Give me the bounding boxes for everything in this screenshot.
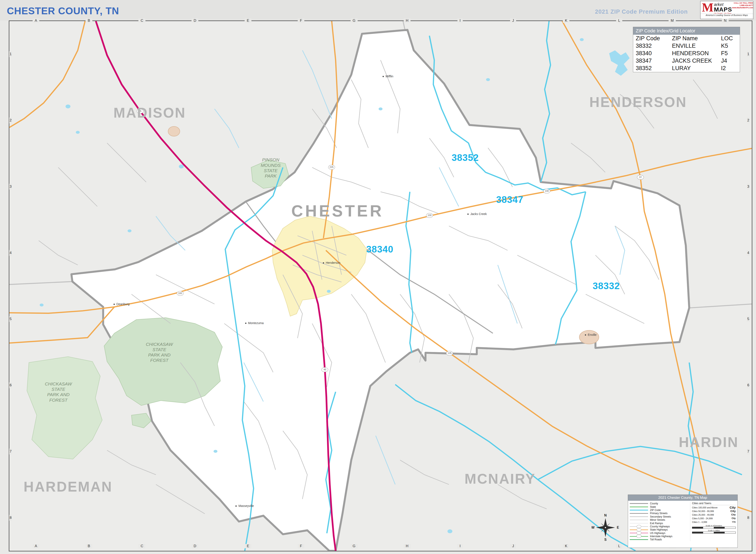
legend-cities-title: Cities and Towns (692, 502, 736, 505)
city-class-label: Cities 25,000 - 49,999 (692, 513, 731, 516)
park-name-text: CHICKASAW STATE PARK AND FOREST (146, 342, 173, 363)
enville-town-area (579, 330, 599, 344)
zip-code-label: 38352 (452, 152, 479, 163)
legend-cities-column: Cities and Towns Cities 100,000 and Abov… (690, 502, 736, 541)
scale-bar-caption: Scale in Miles (692, 530, 736, 532)
zip-name-cell: ENVILLE (669, 42, 718, 50)
zip-code-label: 38340 (366, 244, 393, 255)
logo-row: M arket MAPS On Target.. On Time. CALL U… (701, 1, 753, 14)
highway-shield: 125 (446, 351, 453, 355)
legend-line-item: ZIP Code (630, 508, 690, 512)
legend-line-item: US Highways (630, 532, 690, 535)
scale-bar-caption: Scale in Kilometers (692, 524, 736, 527)
legend-line-symbol (630, 506, 648, 507)
zip-code-text: 38340 (366, 244, 393, 255)
legend-line-label: Minor Streets (650, 518, 665, 521)
legend-line-item: County Highways (630, 525, 690, 528)
highway-shield: 45 (321, 367, 328, 372)
neighbor-county-name: MCNAIRY (464, 471, 536, 487)
highway-number: 22 (639, 176, 642, 178)
city-label: Enville (585, 333, 597, 336)
legend-city-class: Cities 100,000 and Above City (692, 506, 736, 509)
scale-bar (692, 527, 736, 529)
legend-line-label: County Highways (650, 525, 670, 528)
scale-bar-block: Scale in Miles (692, 530, 736, 534)
zip-index-title: ZIP Code Index/Grid Locator (633, 27, 740, 35)
highway-number: 100 (427, 214, 432, 217)
city-class-label: Cities 1 - 4,999 (692, 521, 732, 523)
zip-index-row: 38347 JACKS CREEK J4 (633, 57, 740, 65)
city-name-text: Enville (588, 333, 597, 336)
legend-line-symbol (630, 523, 648, 523)
zip-code-label: 38347 (496, 194, 523, 205)
city-label: Mifflin (383, 74, 393, 78)
compass-east: E (617, 525, 619, 529)
legend-line-label: ZIP Code (650, 509, 661, 512)
highway-number: 225 (330, 166, 334, 168)
zip-code-cell: 38347 (633, 57, 669, 65)
map-page: CHESTER COUNTY, TN 2021 ZIP Code Premium… (0, 0, 756, 554)
edition-label: 2021 ZIP Code Premium Edition (595, 8, 688, 15)
zip-index-row: 38332 ENVILLE K5 (633, 42, 740, 50)
compass-rose: N S W E (592, 514, 619, 542)
legend-line-symbol (630, 503, 648, 504)
city-name-text: Masseyville (239, 504, 254, 507)
city-name-text: Henderson (325, 261, 340, 265)
legend-city-class: Cities 50,000 - 99,999 City (692, 509, 736, 513)
city-class-sample: City (732, 517, 736, 519)
zip-index-panel: ZIP Code Index/Grid Locator ZIP Code ZIP… (633, 27, 740, 72)
city-class-sample: City (731, 513, 736, 516)
city-class-sample: City (732, 521, 736, 523)
legend-line-label: US Highways (650, 532, 665, 535)
zip-index-header-row: ZIP Code ZIP Name LOC (633, 35, 740, 42)
marketmaps-logo: M arket MAPS On Target.. On Time. CALL U… (700, 1, 753, 19)
legend-line-label: Exit Ramps (650, 522, 663, 525)
neighbor-county-label: HENDERSON (590, 94, 687, 110)
page-title: CHESTER COUNTY, TN (7, 5, 119, 17)
city-name-text: Montezuma (248, 321, 264, 325)
legend-line-item: Secondary Streets (630, 515, 690, 518)
logo-tagline: On Target.. On Time. (714, 12, 732, 14)
legend-line-symbol (630, 526, 648, 527)
legend-line-symbol (630, 510, 648, 510)
legend-line-item: Toll Roads (630, 538, 690, 541)
scale-bar-block: Scale in Kilometers (692, 524, 736, 529)
neighbor-county-label: MADISON (113, 105, 186, 121)
legend-line-symbol (630, 533, 648, 533)
neighbor-county-name: HARDEMAN (23, 479, 112, 495)
zip-code-cell: 38332 (633, 42, 669, 50)
logo-contact-block: CALL US TOLL FREE 1-888-434-6277 www.Mar… (732, 1, 753, 9)
zip-name-cell: LURAY (669, 65, 718, 72)
legend-line-item: State Highways (630, 528, 690, 532)
legend-line-symbol (630, 536, 648, 537)
highway-number: 45 (323, 368, 326, 371)
legend-line-symbol (630, 516, 648, 517)
zip-name-cell: HENDERSON (669, 50, 718, 57)
compass-north: N (604, 514, 607, 517)
highway-number: 100 (545, 189, 549, 192)
park-name-text: PINSON MOUNDS STATE PARK (261, 157, 281, 178)
legend-city-class: Cities 1 - 4,999 City (692, 520, 736, 524)
legend-line-symbol (630, 520, 648, 520)
zip-index-row: 38340 HENDERSON F5 (633, 50, 740, 57)
park-name-text: CHICKASAW STATE PARK AND FOREST (45, 381, 72, 402)
legend-line-column: County State ZIP Code Primary Streets (630, 502, 690, 541)
legend-panel: 2021 Chester County, TN Map County State… (628, 495, 738, 548)
neighbor-county-name: HARDIN (679, 434, 739, 450)
zip-code-cell: 38340 (633, 50, 669, 57)
neighbor-county-label: HARDIN (679, 434, 739, 450)
pinson-town-area (168, 126, 180, 136)
zip-index-table: ZIP Code ZIP Name LOC 38332 ENVILLE K5 3… (633, 35, 740, 72)
park-label: CHICKASAW STATE PARK AND FOREST (146, 336, 173, 363)
legend-line-label: State (650, 505, 656, 508)
highway-number: 125 (448, 352, 451, 354)
map-area: CHESTER MADISON HENDERSON HARDIN MCNAIRY… (9, 21, 752, 551)
city-label: Masseyville (236, 504, 254, 507)
zip-code-text: 38352 (452, 152, 479, 163)
zip-code-text: 38347 (496, 194, 523, 205)
neighbor-county-name: HENDERSON (590, 94, 687, 110)
city-label: Deanburg (113, 302, 130, 306)
zip-loc-cell: J4 (718, 57, 740, 65)
legend-title: 2021 Chester County, TN Map (628, 495, 738, 501)
city-class-label: Cities 50,000 - 99,999 (692, 510, 730, 512)
